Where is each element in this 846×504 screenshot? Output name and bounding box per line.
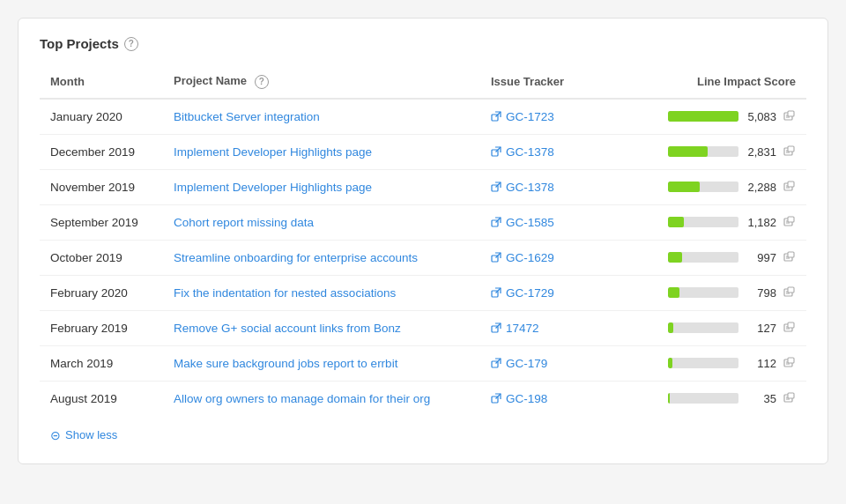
cell-month: November 2019 — [40, 169, 163, 204]
tracker-id: GC-1378 — [506, 181, 554, 194]
project-link[interactable]: Fix the indentation for nested associati… — [174, 286, 396, 300]
cell-score: 997 — [630, 240, 806, 275]
cell-score: 112 — [630, 345, 806, 381]
cell-tracker: GC-179 — [480, 345, 630, 381]
issue-tracker-link[interactable]: GC-1629 — [491, 251, 620, 264]
issue-tracker-link[interactable]: GC-1729 — [491, 286, 620, 300]
cell-project: Remove G+ social account links from Bonz — [163, 310, 480, 345]
project-link[interactable]: Implement Developer Highlights page — [174, 181, 372, 194]
external-link-icon — [491, 287, 501, 298]
score-value: 35 — [746, 392, 776, 405]
cell-month: February 2019 — [40, 310, 163, 345]
cell-score: 1,182 — [630, 204, 806, 240]
score-detail-icon[interactable] — [783, 181, 796, 193]
title-help-icon[interactable]: ? — [124, 37, 138, 51]
issue-tracker-link[interactable]: GC-1378 — [491, 181, 620, 194]
score-bar-container — [668, 217, 738, 227]
project-link[interactable]: Implement Developer Highlights page — [174, 145, 372, 159]
col-header-month: Month — [40, 65, 163, 99]
project-name-help-icon[interactable]: ? — [255, 75, 269, 89]
score-detail-icon[interactable] — [783, 392, 796, 404]
card-header: Top Projects ? — [40, 36, 806, 51]
cell-project: Make sure background jobs report to errb… — [163, 345, 480, 381]
project-link[interactable]: Streamline onboarding for enterprise acc… — [174, 251, 418, 264]
external-link-icon — [491, 111, 501, 122]
svg-rect-11 — [788, 146, 794, 152]
show-less-button[interactable]: ⊝ Show less — [40, 428, 806, 442]
score-value: 798 — [746, 286, 776, 300]
tracker-id: GC-1723 — [506, 110, 554, 123]
project-link[interactable]: Make sure background jobs report to errb… — [174, 357, 397, 370]
cell-tracker: GC-1585 — [480, 204, 630, 240]
project-link[interactable]: Cohort report missing data — [174, 216, 314, 229]
svg-rect-5 — [788, 111, 794, 116]
issue-tracker-link[interactable]: GC-1723 — [491, 110, 620, 123]
external-link-icon — [491, 182, 501, 192]
score-value: 5,083 — [746, 110, 776, 123]
score-bar-fill — [668, 217, 684, 227]
score-bar-container — [668, 146, 738, 157]
cell-score: 798 — [630, 275, 806, 310]
score-detail-icon[interactable] — [783, 357, 796, 369]
table-row: December 2019Implement Developer Highlig… — [40, 134, 806, 169]
cell-project: Allow org owners to manage domain for th… — [163, 381, 480, 416]
svg-rect-23 — [788, 217, 794, 222]
cell-score: 35 — [630, 381, 806, 416]
score-bar-container — [668, 287, 738, 298]
cell-score: 2,288 — [630, 169, 806, 204]
score-bar-container — [668, 358, 738, 368]
cell-project: Implement Developer Highlights page — [163, 169, 480, 204]
tracker-id: GC-179 — [506, 357, 547, 370]
col-header-score: Line Impact Score — [630, 65, 806, 99]
score-value: 1,182 — [746, 216, 776, 229]
score-detail-icon[interactable] — [783, 286, 796, 299]
cell-score: 127 — [630, 310, 806, 345]
cell-tracker: GC-1723 — [480, 99, 630, 135]
score-bar-fill — [668, 393, 670, 404]
top-projects-card: Top Projects ? Month Project Name ? Issu… — [18, 18, 828, 464]
score-bar-container — [668, 111, 738, 122]
svg-rect-47 — [788, 358, 794, 363]
external-link-icon — [491, 146, 501, 157]
table-row: October 2019Streamline onboarding for en… — [40, 240, 806, 275]
cell-month: January 2020 — [40, 99, 163, 135]
score-bar-fill — [668, 111, 738, 122]
score-value: 112 — [746, 357, 776, 370]
score-bar-container — [668, 393, 738, 404]
issue-tracker-link[interactable]: GC-1378 — [491, 145, 620, 159]
project-link[interactable]: Bitbucket Server integration — [174, 110, 320, 123]
cell-tracker: 17472 — [480, 310, 630, 345]
project-link[interactable]: Remove G+ social account links from Bonz — [174, 322, 401, 335]
tracker-id: 17472 — [506, 322, 539, 335]
project-link[interactable]: Allow org owners to manage domain for th… — [174, 392, 430, 405]
external-link-icon — [491, 217, 501, 227]
issue-tracker-link[interactable]: 17472 — [491, 322, 620, 335]
score-value: 127 — [746, 322, 776, 335]
svg-rect-53 — [788, 393, 794, 398]
score-bar-fill — [668, 287, 679, 298]
cell-tracker: GC-1378 — [480, 134, 630, 169]
score-detail-icon[interactable] — [783, 110, 796, 122]
score-detail-icon[interactable] — [783, 322, 796, 334]
score-detail-icon[interactable] — [783, 251, 796, 263]
score-value: 2,831 — [746, 145, 776, 159]
issue-tracker-link[interactable]: GC-1585 — [491, 216, 620, 229]
issue-tracker-link[interactable]: GC-198 — [491, 392, 620, 405]
table-row: August 2019Allow org owners to manage do… — [40, 381, 806, 416]
score-detail-icon[interactable] — [783, 145, 796, 158]
tracker-id: GC-198 — [506, 392, 547, 405]
external-link-icon — [491, 322, 501, 333]
score-detail-icon[interactable] — [783, 216, 796, 228]
score-bar-container — [668, 322, 738, 333]
table-row: March 2019Make sure background jobs repo… — [40, 345, 806, 381]
score-bar-fill — [668, 358, 672, 368]
score-value: 2,288 — [746, 181, 776, 194]
issue-tracker-link[interactable]: GC-179 — [491, 357, 620, 370]
cell-month: September 2019 — [40, 204, 163, 240]
cell-project: Streamline onboarding for enterprise acc… — [163, 240, 480, 275]
tracker-id: GC-1585 — [506, 216, 554, 229]
cell-month: December 2019 — [40, 134, 163, 169]
col-header-tracker: Issue Tracker — [480, 65, 630, 99]
cell-month: October 2019 — [40, 240, 163, 275]
svg-rect-17 — [788, 182, 794, 187]
